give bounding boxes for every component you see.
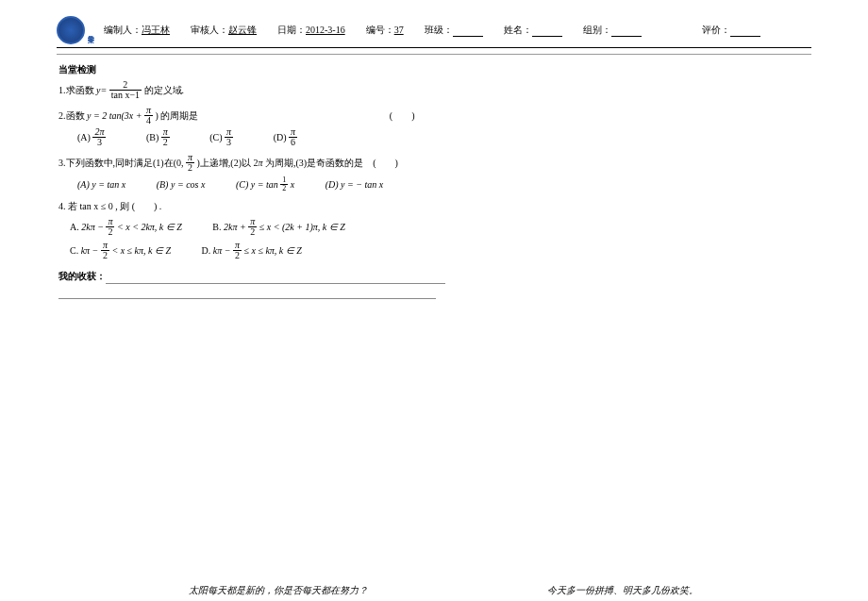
class-field: 班级：	[425, 24, 483, 37]
q3-text-a: 3.下列函数中,同时满足(1)在(0,	[58, 158, 186, 168]
serial-field: 编号：37	[366, 24, 404, 37]
q2-opt-d: (D) π6	[274, 128, 297, 148]
q3-opt-a: (A) y = tan x	[77, 177, 125, 192]
logo-circle-icon	[57, 16, 85, 44]
eval-field: 评价：	[702, 24, 760, 37]
compiler-value: 冯王林	[142, 25, 170, 35]
compiler-field: 编制人：冯王林	[104, 24, 170, 37]
q2-opt-a: (A) 2π3	[77, 128, 106, 148]
q4-opt-b: B. 2kπ + π2 ≤ x < (2k + 1)π, k ∈ Z	[212, 218, 344, 238]
q2-expr-a: y = 2 tan(3x +	[87, 110, 144, 121]
q3-options: (A) y = tan x (B) y = cos x (C) y = tan …	[77, 177, 810, 193]
q1-yeq: y=	[96, 85, 107, 95]
q2-inner-den: 4	[144, 116, 153, 125]
document-header: 导学案 编制人：冯王林 审核人：赵云锋 日期：2012-3-16 编号：37 班…	[57, 11, 811, 48]
group-field: 组别：	[583, 24, 642, 37]
q4-text: 4. 若 tan x ≤ 0 , 则 ( ) .	[58, 201, 161, 211]
q3-frac: π2	[186, 153, 194, 173]
q3-opt-d: (D) y = − tan x	[326, 177, 384, 192]
name-field: 姓名：	[504, 24, 562, 37]
q4-options-row1: A. 2kπ − π2 < x < 2kπ, k ∈ Z B. 2kπ + π2…	[70, 218, 810, 238]
reviewer-field: 审核人：赵云锋	[191, 24, 257, 37]
q3-opt-c: (C) y = tan 12 x	[236, 177, 294, 193]
q1-fraction: 2 tan x−1	[109, 80, 142, 100]
date-label: 日期：	[277, 25, 306, 35]
name-label: 姓名：	[504, 25, 532, 35]
group-label: 组别：	[583, 25, 611, 35]
eval-label: 评价：	[702, 25, 730, 35]
serial-label: 编号：	[366, 25, 394, 35]
q2-text-a: 2.函数	[58, 110, 87, 121]
q2-opt-b: (B) π2	[146, 128, 170, 148]
question-2: 2.函数 y = 2 tan(3x + π 4 ) 的周期是 ( ) (A) 2…	[58, 107, 810, 148]
q2-options: (A) 2π3 (B) π2 (C) π3 (D) π6	[77, 128, 810, 148]
header-divider	[57, 54, 811, 55]
question-3: 3.下列函数中,同时满足(1)在(0, π2 )上递增,(2)以 2π 为周期,…	[58, 154, 810, 193]
compiler-label: 编制人：	[104, 25, 142, 35]
question-4: 4. 若 tan x ≤ 0 , 则 ( ) . A. 2kπ − π2 < x…	[58, 199, 810, 261]
q2-inner-frac: π 4	[144, 106, 153, 125]
serial-value: 37	[394, 25, 404, 35]
q4-opt-c: C. kπ − π2 < x ≤ kπ, k ∈ Z	[70, 242, 171, 261]
class-label: 班级：	[425, 25, 453, 35]
footer-right: 今天多一份拼搏、明天多几份欢笑。	[547, 584, 698, 597]
collection-line	[58, 286, 436, 299]
q1-prefix: 1.求函数	[58, 85, 96, 95]
my-collection-label: 我的收获：	[58, 269, 810, 284]
reviewer-label: 审核人：	[191, 25, 228, 35]
q4-opt-d: D. kπ − π2 ≤ x ≤ kπ, k ∈ Z	[202, 242, 302, 261]
header-fields: 编制人：冯王林 审核人：赵云锋 日期：2012-3-16 编号：37 班级： 姓…	[104, 24, 811, 37]
q2-opt-c: (C) π3	[209, 128, 233, 148]
q4-options-row2: C. kπ − π2 < x ≤ kπ, k ∈ Z D. kπ − π2 ≤ …	[70, 242, 810, 261]
q3-text-c: 为周期,(3)是奇函数的是 ( )	[263, 158, 398, 168]
q3-text-b: )上递增,(2)以 2	[197, 158, 259, 168]
q2-paren: ( )	[390, 110, 415, 121]
reviewer-value: 赵云锋	[228, 25, 257, 35]
q3-opt-b: (B) y = cos x	[157, 177, 206, 192]
content-area: 当堂检测 1.求函数 y= 2 tan x−1 的定义域. 2.函数 y = 2…	[58, 62, 810, 299]
section-title: 当堂检测	[58, 62, 810, 77]
question-1: 1.求函数 y= 2 tan x−1 的定义域.	[58, 81, 810, 101]
date-value: 2012-3-16	[306, 25, 345, 35]
q4-opt-a: A. 2kπ − π2 < x < 2kπ, k ∈ Z	[70, 218, 182, 238]
logo: 导学案	[57, 15, 96, 45]
footer-left: 太阳每天都是新的，你是否每天都在努力？	[189, 584, 368, 597]
q1-den: tan x−1	[109, 91, 142, 100]
q2-expr-b: ) 的周期是	[156, 110, 199, 121]
q1-suffix: 的定义域.	[144, 85, 185, 95]
date-field: 日期：2012-3-16	[277, 24, 345, 37]
